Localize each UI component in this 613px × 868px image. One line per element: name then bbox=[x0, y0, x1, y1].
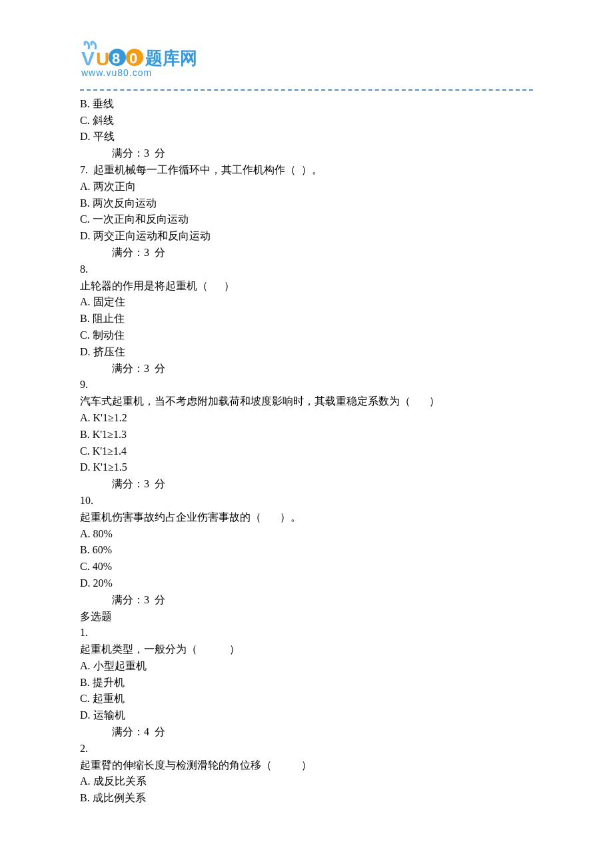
text-line: 满分：3 分 bbox=[80, 245, 533, 261]
logo-text-main: 题库网 bbox=[145, 49, 197, 68]
svg-text:U: U bbox=[96, 49, 109, 69]
text-line: 10. bbox=[80, 493, 533, 509]
text-line: 起重机伤害事故约占企业伤害事故的（ ）。 bbox=[80, 509, 533, 526]
text-line: 起重臂的伸缩长度与检测滑轮的角位移（ ） bbox=[80, 757, 533, 774]
text-line: B. 两次反向运动 bbox=[80, 195, 533, 212]
svg-text:0: 0 bbox=[129, 50, 137, 67]
vu80-logo: V U 8 0 题库网 www.vu80.com bbox=[80, 40, 213, 79]
text-line: 多选题 bbox=[80, 609, 533, 625]
text-line: A. K'1≥1.2 bbox=[80, 410, 533, 427]
text-line: D. 20% bbox=[80, 575, 533, 592]
text-line: 满分：3 分 bbox=[80, 592, 533, 609]
text-line: 起重机类型，一般分为（ ） bbox=[80, 641, 533, 658]
text-line: 满分：3 分 bbox=[80, 361, 533, 377]
text-line: 满分：3 分 bbox=[80, 145, 533, 162]
text-line: B. 阻止住 bbox=[80, 311, 533, 327]
text-line: C. 制动住 bbox=[80, 327, 533, 344]
text-line: D. 运输机 bbox=[80, 707, 533, 724]
text-line: B. 垂线 bbox=[80, 96, 533, 113]
text-line: 9. bbox=[80, 377, 533, 393]
text-line: A. 80% bbox=[80, 526, 533, 543]
text-line: B. 提升机 bbox=[80, 675, 533, 691]
text-line: D. K'1≥1.5 bbox=[80, 459, 533, 476]
text-line: A. 成反比关系 bbox=[80, 773, 533, 790]
logo-container: V U 8 0 题库网 www.vu80.com bbox=[80, 40, 533, 84]
text-line: B. K'1≥1.3 bbox=[80, 427, 533, 443]
text-line: D. 挤压住 bbox=[80, 344, 533, 361]
text-line: C. 40% bbox=[80, 559, 533, 575]
text-line: B. 60% bbox=[80, 542, 533, 559]
text-line: 汽车式起重机，当不考虑附加载荷和坡度影响时，其载重稳定系数为（ ） bbox=[80, 393, 533, 410]
document-content: B. 垂线C. 斜线D. 平线满分：3 分7. 起重机械每一工作循环中，其工作机… bbox=[80, 96, 533, 807]
text-line: C. 起重机 bbox=[80, 691, 533, 707]
text-line: A. 两次正向 bbox=[80, 179, 533, 195]
text-line: C. K'1≥1.4 bbox=[80, 443, 533, 460]
text-line: C. 斜线 bbox=[80, 113, 533, 129]
text-line: A. 小型起重机 bbox=[80, 658, 533, 675]
text-line: 2. bbox=[80, 741, 533, 757]
text-line: 8. bbox=[80, 261, 533, 278]
text-line: B. 成比例关系 bbox=[80, 790, 533, 807]
text-line: 满分：4 分 bbox=[80, 724, 533, 741]
text-line: A. 固定住 bbox=[80, 294, 533, 311]
text-line: 满分：3 分 bbox=[80, 476, 533, 493]
header-separator bbox=[80, 89, 533, 91]
text-line: C. 一次正向和反向运动 bbox=[80, 211, 533, 228]
text-line: 1. bbox=[80, 625, 533, 641]
text-line: 止轮器的作用是将起重机（ ） bbox=[80, 278, 533, 295]
text-line: D. 平线 bbox=[80, 129, 533, 145]
logo-text-url: www.vu80.com bbox=[81, 67, 152, 78]
text-line: D. 两交正向运动和反向运动 bbox=[80, 228, 533, 245]
svg-text:V: V bbox=[81, 47, 95, 69]
text-line: 7. 起重机械每一工作循环中，其工作机构作（ ）。 bbox=[80, 162, 533, 179]
svg-text:8: 8 bbox=[112, 50, 120, 67]
